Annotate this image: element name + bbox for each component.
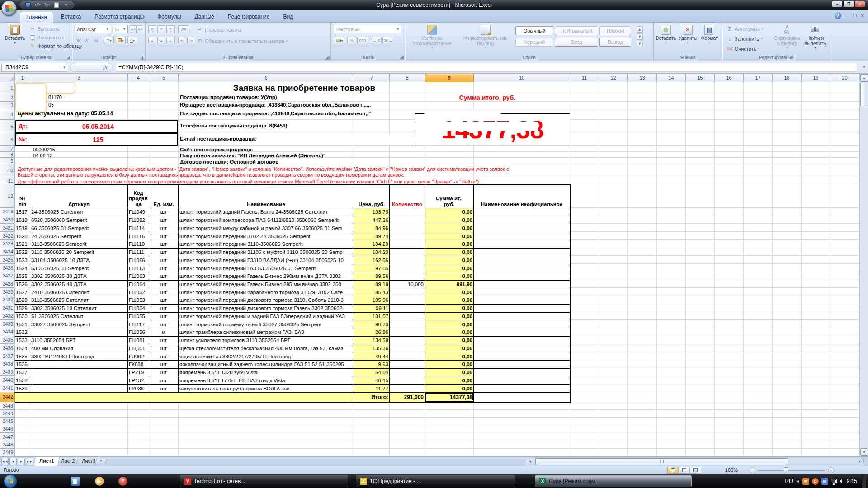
cell[interactable]: ГШ111 (128, 249, 149, 257)
column-header-10[interactable]: 10 (474, 74, 570, 82)
cell[interactable]: ГЯ002 (128, 352, 149, 361)
cell[interactable] (390, 328, 425, 337)
workbook-restore-icon[interactable]: ❐ (853, 13, 857, 18)
conditional-formatting-button[interactable]: Условное форматирование▾ (409, 23, 456, 50)
cell[interactable] (390, 240, 425, 249)
cell[interactable]: яяяремень 8,5*8-1775 Г-66, ПАЗ гладк Vis… (179, 376, 354, 385)
format-as-table-button[interactable]: Форматировать как таблицу▾ (458, 23, 513, 50)
cell[interactable]: 1530 (15, 313, 30, 321)
cell[interactable]: шланг тормозной передний ГАЗ-53-3506025-… (179, 264, 354, 272)
cell[interactable]: 1517 (15, 208, 30, 216)
tray-expand-icon[interactable]: ◄ (796, 479, 800, 483)
clipboard-dialog-launcher[interactable]: ◢ (67, 56, 71, 60)
cell[interactable]: 0,00 (425, 352, 474, 361)
cell[interactable]: 0,00 (425, 313, 474, 321)
cell[interactable]: 0,00 (425, 264, 474, 272)
styles-scroll-down-icon[interactable]: ▼ (637, 33, 643, 40)
merge-center-button[interactable]: ⊞Объединить и поместить в центре▾ (195, 37, 289, 45)
cell[interactable]: 447,26 (354, 216, 390, 225)
cell[interactable]: шт (149, 272, 179, 281)
cell-style-Вывод[interactable]: Вывод (599, 38, 631, 47)
ribbon-tab-Разметка страницы[interactable]: Разметка страницы (89, 12, 150, 23)
cell[interactable]: 89,19 (354, 281, 390, 289)
cell[interactable]: шт (149, 249, 179, 257)
number-dialog-launcher[interactable]: ◢ (400, 56, 404, 60)
cell[interactable]: ГШ114 (128, 224, 149, 232)
minimize-button[interactable]: – (832, 1, 843, 7)
cell[interactable]: шт (149, 376, 179, 385)
cell[interactable]: шт (149, 385, 179, 393)
quicklaunch-browser-icon[interactable]: Y (118, 477, 127, 486)
cell[interactable] (474, 305, 570, 313)
row-header-3423[interactable]: 3423 (0, 240, 15, 248)
cell[interactable] (474, 296, 570, 305)
cell[interactable]: шт (149, 216, 179, 225)
cell[interactable]: 0,00 (425, 337, 474, 345)
cell[interactable]: 53-3506025-01 Semperit (30, 264, 128, 272)
scroll-right-icon[interactable]: ► (856, 459, 863, 465)
zoom-out-icon[interactable]: − (750, 467, 755, 473)
next-sheet-icon[interactable]: ► (18, 458, 25, 465)
cell[interactable]: ящик аптечки Газ 3302/2217/2705/ Н.Новго… (179, 352, 354, 361)
cell-style-Хороший[interactable]: Хороший (515, 38, 553, 47)
cell[interactable]: шланг тормозной передний 3110-3506025 Se… (179, 240, 354, 249)
table-header-cell[interactable]: № п/п (15, 185, 30, 208)
align-middle-icon[interactable]: ≡ (157, 25, 165, 33)
request-number-value[interactable]: 125 (30, 136, 166, 143)
cell[interactable] (474, 352, 570, 361)
cell[interactable] (474, 393, 570, 403)
row-header-3436[interactable]: 3436 (0, 344, 15, 352)
increase-font-icon[interactable]: A˄ (130, 25, 137, 33)
column-header-5[interactable]: 5 (149, 74, 179, 82)
cell[interactable]: 3302-3506025-40 ДЗТА (30, 281, 128, 289)
row-header-3440[interactable]: 3440 (0, 376, 15, 384)
cell[interactable]: ГШ081 (128, 337, 149, 345)
cell[interactable] (390, 313, 425, 321)
cell[interactable] (390, 208, 425, 216)
horizontal-scroll-thumb[interactable] (535, 458, 788, 465)
cell[interactable]: 54,04 (354, 369, 390, 377)
quicklaunch-desktop-icon[interactable]: ▣ (71, 477, 80, 486)
bold-button[interactable]: Ж (75, 36, 82, 45)
tray-java-icon[interactable]: ≋ (802, 478, 809, 485)
first-sheet-icon[interactable]: ◄◄ (1, 458, 9, 465)
table-header-cell[interactable]: Ед. изм. (149, 185, 179, 208)
paste-button[interactable]: Вставить▾ (4, 23, 26, 44)
cell[interactable] (474, 337, 570, 345)
cell[interactable]: шт (149, 296, 179, 305)
sheet-tab-Лист1[interactable]: Лист1 (33, 457, 60, 466)
cell[interactable]: шт (149, 305, 179, 313)
row-header-3435[interactable]: 3435 (0, 336, 15, 344)
row-header-3447[interactable]: 3447 (0, 433, 15, 441)
row-header-3428[interactable]: 3428 (0, 280, 15, 288)
row-header-3434[interactable]: 3434 (0, 328, 15, 336)
clear-button[interactable]: Очистить▾ (725, 44, 761, 53)
cell[interactable]: шт (149, 369, 179, 377)
cell[interactable]: ГР219 (128, 369, 149, 377)
cell[interactable] (390, 344, 425, 352)
cell[interactable]: 89,74 (354, 232, 390, 240)
row-header-3420[interactable]: 3420 (0, 216, 15, 224)
fill-handle[interactable] (472, 400, 474, 403)
cell[interactable]: 103,73 (354, 208, 390, 216)
row-header-3432[interactable]: 3432 (0, 312, 15, 320)
name-box[interactable]: R3442C9▼ (1, 63, 68, 72)
ribbon-tab-Вставка[interactable]: Вставка (55, 12, 87, 23)
cell[interactable]: 10,000 (390, 281, 425, 289)
cell-style-Ввод[interactable]: Ввод (555, 38, 598, 47)
start-button[interactable] (4, 474, 17, 488)
cell-style-Обычный[interactable]: Обычный (515, 26, 553, 35)
cell[interactable]: шт (149, 313, 179, 321)
cell[interactable]: 0,00 (425, 288, 474, 296)
fill-button[interactable]: ↓Заполнить▾ (725, 34, 764, 43)
cell[interactable]: шланг усилителя тормозов 3110-3552054 БР… (179, 337, 354, 345)
active-cell[interactable]: 14377,38 (425, 393, 474, 403)
cell[interactable] (474, 256, 570, 264)
tray-m-icon[interactable]: M (821, 478, 828, 485)
cell[interactable]: 3110-3506025-20 Semperit (30, 249, 128, 257)
insert-function-icon[interactable]: fx (103, 63, 107, 70)
cell[interactable] (474, 320, 570, 328)
cell[interactable]: 3110-3506025 Semperit (30, 240, 128, 249)
row-header-3429[interactable]: 3429 (0, 288, 15, 296)
column-header-6[interactable]: 6 (179, 74, 354, 82)
